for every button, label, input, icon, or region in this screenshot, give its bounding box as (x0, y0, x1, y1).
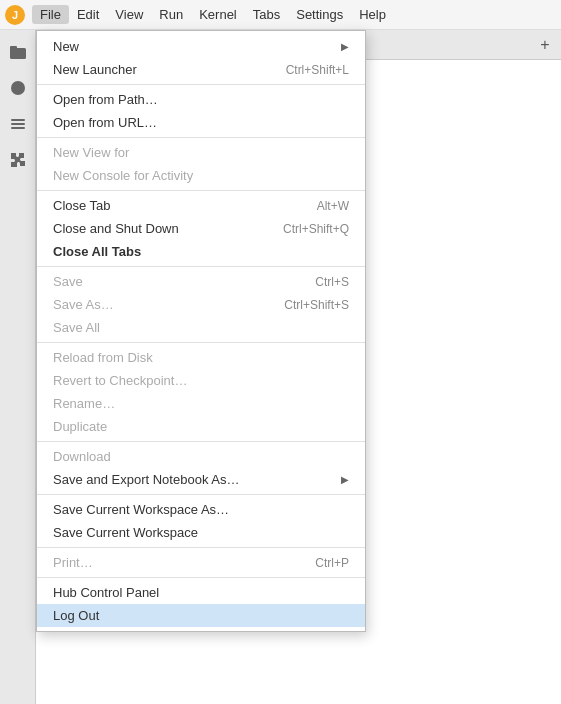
menu-settings[interactable]: Settings (288, 5, 351, 24)
menu-item-close-tab[interactable]: Close Tab Alt+W (37, 194, 365, 217)
separator-4 (37, 266, 365, 267)
file-menu-dropdown: New ▶ New Launcher Ctrl+Shift+L Open fro… (36, 30, 366, 632)
arrow-icon: ▶ (341, 41, 349, 52)
separator-8 (37, 547, 365, 548)
menu-item-close-shutdown[interactable]: Close and Shut Down Ctrl+Shift+Q (37, 217, 365, 240)
menu-item-new-view: New View for (37, 141, 365, 164)
menu-view[interactable]: View (107, 5, 151, 24)
menu-file[interactable]: File (32, 5, 69, 24)
svg-point-4 (11, 81, 25, 95)
separator-1 (37, 84, 365, 85)
sidebar-icon-folder[interactable] (4, 38, 32, 66)
menu-help[interactable]: Help (351, 5, 394, 24)
menu-item-logout[interactable]: Log Out (37, 604, 365, 627)
menu-item-new[interactable]: New ▶ (37, 35, 365, 58)
export-arrow-icon: ▶ (341, 474, 349, 485)
menu-item-save-workspace[interactable]: Save Current Workspace (37, 521, 365, 544)
menu-item-close-all[interactable]: Close All Tabs (37, 240, 365, 263)
menu-item-reload: Reload from Disk (37, 346, 365, 369)
menu-item-revert: Revert to Checkpoint… (37, 369, 365, 392)
svg-rect-6 (11, 123, 25, 125)
sidebar-icon-puzzle[interactable] (4, 146, 32, 174)
svg-rect-3 (10, 46, 17, 50)
separator-7 (37, 494, 365, 495)
menu-item-save-workspace-as[interactable]: Save Current Workspace As… (37, 498, 365, 521)
svg-rect-7 (11, 127, 25, 129)
menu-run[interactable]: Run (151, 5, 191, 24)
menu-item-download: Download (37, 445, 365, 468)
menu-item-duplicate: Duplicate (37, 415, 365, 438)
menu-item-print: Print… Ctrl+P (37, 551, 365, 574)
separator-5 (37, 342, 365, 343)
menu-item-save-all: Save All (37, 316, 365, 339)
menu-item-new-launcher[interactable]: New Launcher Ctrl+Shift+L (37, 58, 365, 81)
sidebar (0, 30, 36, 704)
svg-rect-5 (11, 119, 25, 121)
separator-9 (37, 577, 365, 578)
menu-item-open-path[interactable]: Open from Path… (37, 88, 365, 111)
menu-item-rename: Rename… (37, 392, 365, 415)
menu-item-save-export[interactable]: Save and Export Notebook As… ▶ (37, 468, 365, 491)
separator-2 (37, 137, 365, 138)
sidebar-icon-list[interactable] (4, 110, 32, 138)
menu-item-new-console: New Console for Activity (37, 164, 365, 187)
menu-item-save-as: Save As… Ctrl+Shift+S (37, 293, 365, 316)
jupyter-logo: J (4, 4, 26, 26)
new-tab-button[interactable]: + (531, 31, 559, 59)
menubar: J File Edit View Run Kernel Tabs Setting… (0, 0, 561, 30)
menu-item-save: Save Ctrl+S (37, 270, 365, 293)
separator-3 (37, 190, 365, 191)
menu-kernel[interactable]: Kernel (191, 5, 245, 24)
separator-6 (37, 441, 365, 442)
menu-edit[interactable]: Edit (69, 5, 107, 24)
menu-item-open-url[interactable]: Open from URL… (37, 111, 365, 134)
sidebar-icon-circle[interactable] (4, 74, 32, 102)
svg-text:J: J (12, 9, 18, 21)
menu-tabs[interactable]: Tabs (245, 5, 288, 24)
menu-item-hub[interactable]: Hub Control Panel (37, 581, 365, 604)
